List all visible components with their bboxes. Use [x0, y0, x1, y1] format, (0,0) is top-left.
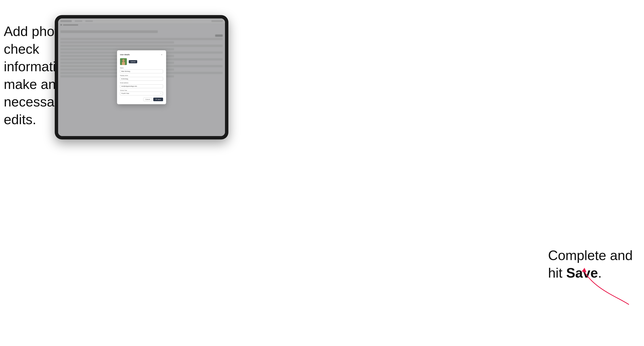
school-year-label: School Year: [120, 90, 163, 91]
tablet-screen: User details × Upload: [58, 18, 225, 136]
email-label: Email address: [120, 82, 163, 83]
school-year-value: Fourth Year: [121, 93, 129, 94]
annotation-left-line3: make any: [4, 77, 63, 92]
select-icons: × ⌃⌄: [160, 92, 163, 95]
modal-header: User details ×: [120, 53, 163, 56]
modal-close-button[interactable]: ×: [160, 53, 163, 56]
tablet-frame: User details × Upload: [55, 15, 228, 140]
modal-title: User details: [120, 54, 130, 56]
school-year-field-group: School Year Fourth Year × ⌃⌄: [120, 90, 163, 95]
school-year-select-wrapper: Fourth Year × ⌃⌄: [120, 92, 163, 95]
email-field-group: Email address: [120, 82, 163, 88]
name-field-group: Name: [120, 67, 163, 73]
save-button[interactable]: ⬆ Save: [153, 98, 163, 101]
select-clear-icon[interactable]: ×: [160, 92, 162, 94]
modal-footer: Cancel ⬆ Save: [120, 98, 163, 101]
svg-point-3: [122, 59, 124, 62]
name-label: Name: [120, 67, 163, 69]
save-label: Save: [158, 99, 161, 100]
svg-rect-4: [122, 62, 125, 65]
name-input[interactable]: [120, 70, 163, 73]
upload-photo-button[interactable]: Upload: [129, 60, 137, 63]
annotation-right-line2: hit Save.: [548, 265, 602, 280]
photo-image: [120, 58, 127, 65]
select-arrow-icon: ⌃⌄: [162, 92, 163, 95]
photo-section: Upload: [120, 58, 163, 65]
display-name-label: Display name: [120, 75, 163, 76]
school-year-select[interactable]: Fourth Year: [120, 92, 163, 95]
display-name-input[interactable]: [120, 77, 163, 81]
display-name-field-group: Display name: [120, 75, 163, 81]
modal-dialog: User details × Upload: [117, 50, 166, 104]
photo-thumbnail: [120, 58, 127, 65]
email-input[interactable]: [120, 84, 163, 88]
save-icon: ⬆: [156, 99, 157, 100]
modal-overlay: User details × Upload: [58, 18, 225, 136]
cancel-button[interactable]: Cancel: [143, 98, 152, 101]
annotation-right-line1: Complete and: [548, 248, 633, 263]
annotation-right: Complete and hit Save.: [548, 247, 633, 282]
